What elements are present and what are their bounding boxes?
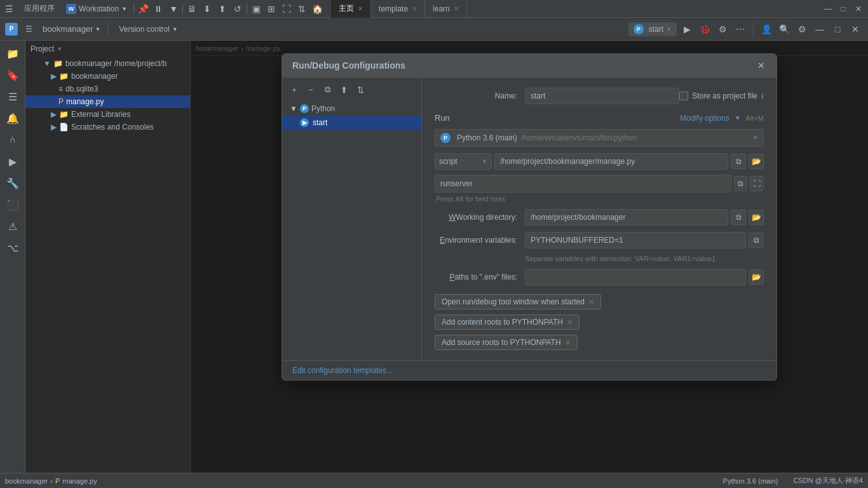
tab-zhuye-close[interactable]: ✕ bbox=[358, 5, 363, 12]
toolbar-monitor-icon[interactable]: 🖥 bbox=[184, 1, 200, 17]
checkbox-tag-content-roots-remove[interactable]: ✕ bbox=[567, 318, 573, 327]
tree-db-item[interactable]: ≡ db.sqlite3 bbox=[25, 83, 190, 95]
status-bar: bookmanager › P manage.py Python 3.6 (ma… bbox=[0, 473, 868, 488]
tree-bookmanager-folder[interactable]: ▶ 📁 bookmanager bbox=[25, 70, 190, 83]
dialog-close-btn[interactable]: ✕ bbox=[756, 60, 766, 71]
toolbar-down-icon[interactable]: ⬇ bbox=[200, 1, 215, 17]
python-section-icon: P bbox=[300, 104, 309, 113]
tree-ext-arrow: ▶ bbox=[51, 110, 57, 119]
tab-template[interactable]: template ✕ bbox=[371, 0, 425, 18]
store-project-checkbox[interactable] bbox=[679, 92, 688, 100]
tree-scratches-item[interactable]: ▶ 📄 Scratches and Consoles bbox=[25, 121, 190, 133]
tab-learn[interactable]: learn ✕ bbox=[425, 0, 467, 18]
name-input[interactable] bbox=[525, 88, 679, 104]
run-config-arrow[interactable]: ▼ bbox=[666, 26, 672, 32]
workstation-chevron: ▼ bbox=[121, 6, 127, 12]
params-expand-btn[interactable]: ⛶ bbox=[750, 176, 764, 191]
toolbar-pin-icon[interactable]: 📌 bbox=[135, 1, 151, 17]
env-vars-input[interactable] bbox=[525, 232, 746, 248]
run-btn-left[interactable]: ▶ bbox=[3, 151, 23, 172]
close-win-btn[interactable]: ✕ bbox=[848, 22, 863, 37]
copy-config-btn[interactable]: ⧉ bbox=[320, 83, 334, 97]
toolbar-home-icon[interactable]: 🏠 bbox=[309, 1, 325, 17]
project-chevron: ▼ bbox=[95, 26, 101, 32]
toolbar-refresh-icon[interactable]: ↺ bbox=[230, 1, 245, 17]
config-item-icon: ▶ bbox=[300, 118, 309, 127]
checkbox-tag-open-tool-remove[interactable]: ✕ bbox=[588, 298, 594, 306]
toolbar-pause-icon[interactable]: ⏸ bbox=[151, 1, 166, 17]
edit-templates-link[interactable]: Edit configuration templates... bbox=[292, 366, 393, 375]
toolbar-pause-arrow-icon[interactable]: ▼ bbox=[166, 1, 181, 17]
tree-root-item[interactable]: ▼ 📁 bookmanager /home/project/b bbox=[25, 57, 190, 70]
toolbar-square-icon[interactable]: ▣ bbox=[248, 1, 264, 17]
tree-manage-item[interactable]: P manage.py bbox=[25, 95, 190, 108]
working-dir-folder-btn[interactable]: 📂 bbox=[749, 210, 764, 225]
toolbar-expand-icon[interactable]: ⛶ bbox=[279, 1, 294, 17]
project-view-btn[interactable]: 📁 bbox=[3, 43, 23, 64]
checkbox-tag-content-roots: Add content roots to PYTHONPATH ✕ bbox=[435, 315, 580, 330]
remove-config-btn[interactable]: − bbox=[304, 83, 318, 97]
search-icon-btn[interactable]: 🔍 bbox=[776, 22, 792, 37]
win-close-btn[interactable]: ✕ bbox=[851, 2, 865, 16]
tab-learn-close[interactable]: ✕ bbox=[454, 5, 459, 12]
plugins-btn[interactable]: 🔧 bbox=[3, 173, 23, 193]
version-control-btn[interactable]: Version control ▼ bbox=[114, 22, 182, 36]
tree-ext-lib-item[interactable]: ▶ 📁 External Libraries bbox=[25, 108, 190, 121]
left-icon-rail: 📁 🔖 ☰ 🔔 ⑃ ▶ 🔧 ⬛ ⚠ ⌥ bbox=[0, 41, 25, 473]
working-dir-input[interactable] bbox=[525, 209, 728, 226]
project-panel-header[interactable]: Project ▼ bbox=[25, 41, 190, 57]
problems-btn[interactable]: ⚠ bbox=[3, 216, 23, 236]
working-dir-copy-btn[interactable]: ⧉ bbox=[731, 210, 746, 225]
sort-btn[interactable]: ⇅ bbox=[353, 83, 367, 97]
app-icon-workstation[interactable]: W Workstation ▼ bbox=[61, 4, 132, 14]
bookmarks-btn[interactable]: 🔖 bbox=[3, 65, 23, 85]
interpreter-select[interactable]: P Python 3.6 (main) /home/virtualenvs/ma… bbox=[435, 129, 764, 147]
vcs-btn[interactable]: ⑃ bbox=[3, 130, 23, 150]
move-up-btn[interactable]: ⬆ bbox=[337, 83, 351, 97]
settings-icon-btn[interactable]: ⚙ bbox=[794, 22, 810, 37]
run-settings-btn[interactable]: ⚙ bbox=[715, 22, 730, 37]
system-icon[interactable]: ☰ bbox=[0, 0, 18, 18]
interpreter-row: P Python 3.6 (main) /home/virtualenvs/ma… bbox=[435, 129, 764, 147]
params-copy-btn[interactable]: ⧉ bbox=[734, 176, 748, 191]
tree-root-label: bookmanager /home/project/b bbox=[65, 59, 166, 68]
win-minimize-btn[interactable]: — bbox=[821, 2, 835, 16]
system-menu-item[interactable]: 应用程序 bbox=[18, 1, 61, 17]
run-more-btn[interactable]: ⋯ bbox=[733, 22, 748, 37]
toolbar-up-icon[interactable]: ⬆ bbox=[215, 1, 230, 17]
add-config-btn[interactable]: + bbox=[287, 83, 301, 97]
tab-template-close[interactable]: ✕ bbox=[412, 5, 417, 12]
dotenv-folder-btn[interactable]: 📂 bbox=[749, 269, 764, 285]
notifications-btn[interactable]: 🔔 bbox=[3, 108, 23, 128]
tab-zhuye[interactable]: 主页 ✕ bbox=[331, 0, 371, 18]
user-icon-btn[interactable]: 👤 bbox=[759, 22, 774, 37]
git-btn[interactable]: ⌥ bbox=[3, 238, 23, 258]
script-type-label: script bbox=[439, 157, 458, 166]
script-type-select[interactable]: script ▼ bbox=[435, 153, 492, 170]
checkbox-tag-source-roots-remove[interactable]: ✕ bbox=[565, 339, 571, 347]
config-item-label: start bbox=[313, 118, 327, 127]
dotenv-input[interactable] bbox=[525, 269, 746, 285]
script-path-input[interactable] bbox=[494, 153, 728, 170]
params-row: runserver ⧉ ⛶ bbox=[435, 175, 764, 193]
restore-win-btn[interactable]: □ bbox=[830, 22, 845, 37]
run-play-btn[interactable]: ▶ bbox=[679, 22, 695, 37]
store-project-info-icon: ℹ bbox=[761, 92, 764, 100]
project-name-label[interactable]: bookmanager ▼ bbox=[40, 24, 103, 34]
minimize-win-btn[interactable]: — bbox=[812, 22, 827, 37]
terminal-btn[interactable]: ⬛ bbox=[3, 194, 23, 215]
config-item-start[interactable]: ▶ start bbox=[282, 116, 421, 130]
file-tree-scroll: ▼ 📁 bookmanager /home/project/b ▶ 📁 book… bbox=[25, 57, 190, 473]
toolbar-arrows-icon[interactable]: ⇅ bbox=[294, 1, 309, 17]
script-row: script ▼ ⧉ 📂 bbox=[435, 153, 764, 170]
toolbar-grid-icon[interactable]: ⊞ bbox=[264, 1, 279, 17]
script-path-folder-btn[interactable]: 📂 bbox=[749, 154, 764, 169]
win-maximize-btn[interactable]: □ bbox=[836, 2, 850, 16]
run-debug-btn[interactable]: 🐞 bbox=[697, 22, 712, 37]
dialog-title: Run/Debug Configurations bbox=[292, 60, 405, 71]
modify-options-btn[interactable]: Modify options bbox=[680, 114, 729, 123]
structure-btn[interactable]: ☰ bbox=[3, 86, 23, 107]
env-vars-copy-btn[interactable]: ⧉ bbox=[749, 233, 764, 248]
hamburger-menu-btn[interactable]: ☰ bbox=[20, 22, 37, 36]
script-path-copy-btn[interactable]: ⧉ bbox=[731, 154, 746, 169]
